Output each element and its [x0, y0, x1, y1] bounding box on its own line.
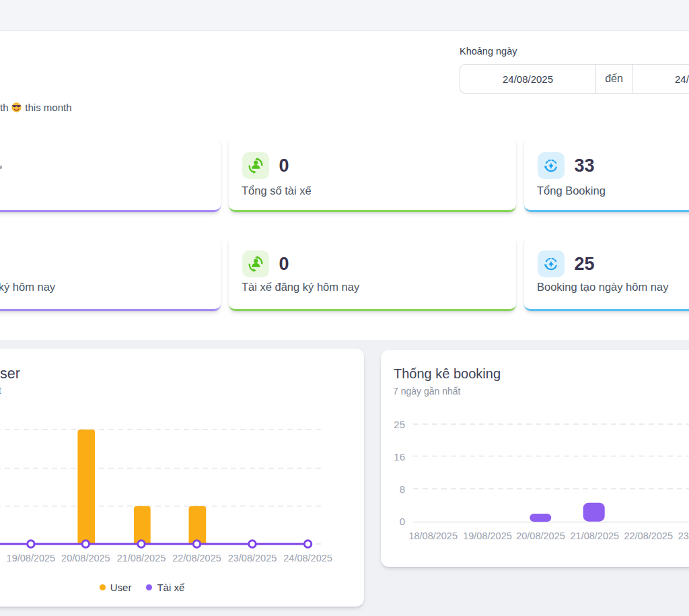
- svg-text:21/08/2025: 21/08/2025: [571, 531, 620, 541]
- svg-text:23/08/2025: 23/08/2025: [678, 531, 689, 541]
- svg-text:19/08/2025: 19/08/2025: [463, 531, 512, 541]
- svg-text:24/08/2025: 24/08/2025: [283, 553, 332, 563]
- svg-text:21/08/2025: 21/08/2025: [117, 553, 166, 563]
- svg-text:18/08/2025: 18/08/2025: [408, 531, 458, 541]
- svg-text:20/08/2025: 20/08/2025: [61, 553, 110, 563]
- svg-text:22/08/2025: 22/08/2025: [624, 531, 673, 541]
- svg-text:16: 16: [394, 451, 405, 463]
- svg-text:22/08/2025: 22/08/2025: [172, 553, 221, 563]
- svg-text:20/08/2025: 20/08/2025: [516, 531, 565, 541]
- svg-text:0: 0: [400, 516, 405, 527]
- svg-text:23/08/2025: 23/08/2025: [228, 553, 277, 563]
- svg-text:8: 8: [400, 483, 405, 495]
- svg-text:19/08/2025: 19/08/2025: [7, 553, 56, 563]
- svg-text:25: 25: [394, 419, 405, 430]
